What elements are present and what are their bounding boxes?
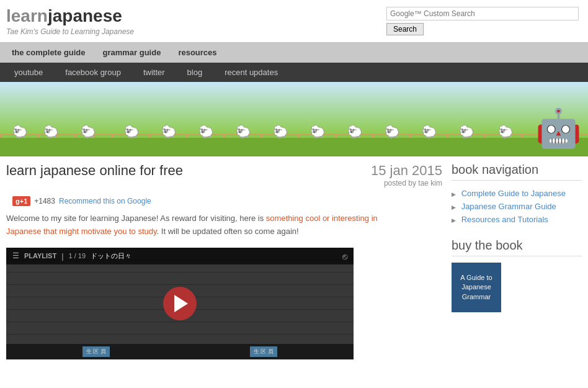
sheep-decoration: 🐑 (459, 124, 474, 139)
sheep-decoration: 🐑 (310, 124, 326, 139)
playlist-count: 1 / 19 (69, 252, 86, 259)
book-nav-list: Complete Guide to Japanese Japanese Gram… (452, 187, 582, 226)
sheep-decoration: 🐑 (498, 124, 514, 139)
book-nav-item-complete[interactable]: Complete Guide to Japanese (452, 187, 582, 200)
sheep-decoration: 🐑 (161, 124, 177, 139)
book-nav-link-resources[interactable]: Resources and Tutorials (461, 215, 548, 224)
sidebar: book navigation Complete Guide to Japane… (452, 163, 582, 359)
post-author: posted by tae kim (371, 179, 442, 187)
search-button[interactable]: Search (386, 23, 424, 35)
book-nav-link-complete[interactable]: Complete Guide to Japanese (461, 189, 566, 198)
post-body: Welcome to my site for learning Japanese… (6, 212, 442, 238)
doraemon-decoration: 🤖 (535, 106, 582, 150)
post-body-link2[interactable]: Japanese that might motivate you to stud… (6, 227, 157, 236)
secondary-nav-link-updates[interactable]: recent updates (213, 63, 289, 82)
secondary-nav-item-twitter[interactable]: twitter (132, 63, 176, 82)
primary-nav: the complete guide grammar guide resourc… (0, 42, 588, 63)
secondary-nav-item-youtube[interactable]: youtube (3, 63, 54, 82)
sheep-decoration: 🐑 (422, 124, 437, 139)
banner-ground (0, 138, 588, 156)
secondary-nav-link-blog[interactable]: blog (176, 63, 214, 82)
primary-nav-link-resources[interactable]: resources (169, 43, 225, 62)
primary-nav-link-grammar[interactable]: grammar guide (94, 43, 169, 62)
video-container[interactable]: 生 区 員 生 区 員 ☰ PLAYLIST | 1 / 19 ドットの日々 ⎋ (6, 248, 354, 359)
sheep-decoration: 🐑 (198, 124, 214, 139)
post-body-text: so come again! (244, 227, 299, 236)
play-button[interactable] (163, 287, 197, 320)
content-area: learn japanese online for free 15 jan 20… (6, 163, 442, 359)
sheep-decoration: 🐑 (43, 124, 59, 139)
playlist-icon: ☰ (12, 251, 19, 260)
book-nav-item-resources[interactable]: Resources and Tutorials (452, 213, 582, 226)
main-container: learn japanese online for free 15 jan 20… (0, 156, 588, 366)
playlist-label: PLAYLIST (24, 252, 56, 259)
secondary-nav-item-updates[interactable]: recent updates (213, 63, 289, 82)
search-area: Search (386, 7, 579, 35)
playlist-title: ドットの日々 (91, 251, 131, 261)
station-sign-left: 生 区 員 (82, 346, 110, 357)
primary-nav-link-guide[interactable]: the complete guide (3, 43, 94, 62)
secondary-nav-link-twitter[interactable]: twitter (132, 63, 176, 82)
primary-nav-item-guide[interactable]: the complete guide (3, 43, 94, 62)
banner: 🐑 🐑 🐑 🐑 🐑 🐑 🐑 🐑 🐑 🐑 🐑 🐑 🐑 🐑 🤖 (0, 82, 588, 156)
primary-nav-item-resources[interactable]: resources (169, 43, 225, 62)
sheep-decoration: 🐑 (81, 124, 96, 139)
book-cover[interactable]: A Guide to Japanese Grammar (452, 263, 501, 312)
book-nav-title: book navigation (452, 163, 582, 181)
gplus-recommend-link[interactable]: Recommend this on Google (59, 197, 151, 205)
primary-nav-list: the complete guide grammar guide resourc… (0, 43, 588, 62)
site-title: learnjapanese (6, 6, 134, 26)
post-date: 15 jan 2015 (371, 163, 442, 179)
post-meta: 15 jan 2015 posted by tae kim (371, 163, 442, 187)
site-tagline: Tae Kim's Guide to Learning Japanese (6, 27, 134, 36)
site-title-japanese: japanese (48, 6, 122, 25)
buy-book-title: buy the book (452, 238, 582, 256)
secondary-nav-item-blog[interactable]: blog (176, 63, 214, 82)
video-toolbar: ☰ PLAYLIST | 1 / 19 ドットの日々 ⎋ (6, 248, 354, 264)
play-arrow-icon (174, 295, 188, 312)
site-branding: learnjapanese Tae Kim's Guide to Learnin… (6, 6, 134, 36)
station-sign-right: 生 区 員 (250, 346, 277, 357)
google-plus-widget[interactable]: g+1 +1483 Recommend this on Google (12, 196, 151, 206)
search-input[interactable] (386, 7, 579, 20)
post-title: learn japanese online for free (6, 163, 183, 179)
video-bottom-bar: 生 区 員 生 区 員 (6, 344, 354, 359)
post-body-link[interactable]: something cool or interesting in (266, 214, 378, 223)
secondary-nav-link-facebook[interactable]: facebook group (54, 63, 132, 82)
header: learnjapanese Tae Kim's Guide to Learnin… (0, 0, 588, 42)
sheep-decoration: 🐑 (385, 124, 400, 139)
sheep-decoration: 🐑 (124, 124, 140, 139)
secondary-nav-link-youtube[interactable]: youtube (3, 63, 54, 82)
sheep-decoration: 🐑 (236, 124, 251, 139)
divider: | (61, 251, 63, 261)
secondary-nav-item-facebook[interactable]: facebook group (54, 63, 132, 82)
book-nav-link-grammar[interactable]: Japanese Grammar Guide (461, 202, 556, 211)
site-title-learn: learn (6, 6, 48, 25)
secondary-nav-list: youtube facebook group twitter blog rece… (0, 63, 588, 82)
gplus-count: +1483 (34, 197, 55, 205)
share-icon[interactable]: ⎋ (342, 251, 347, 261)
gplus-badge: g+1 (12, 196, 30, 206)
book-nav-item-grammar[interactable]: Japanese Grammar Guide (452, 200, 582, 213)
primary-nav-item-grammar[interactable]: grammar guide (94, 43, 169, 62)
sheep-decoration: 🐑 (12, 124, 28, 139)
sheep-decoration: 🐑 (347, 124, 363, 139)
sheep-decoration: 🐑 (273, 124, 288, 139)
secondary-nav: youtube facebook group twitter blog rece… (0, 63, 588, 82)
